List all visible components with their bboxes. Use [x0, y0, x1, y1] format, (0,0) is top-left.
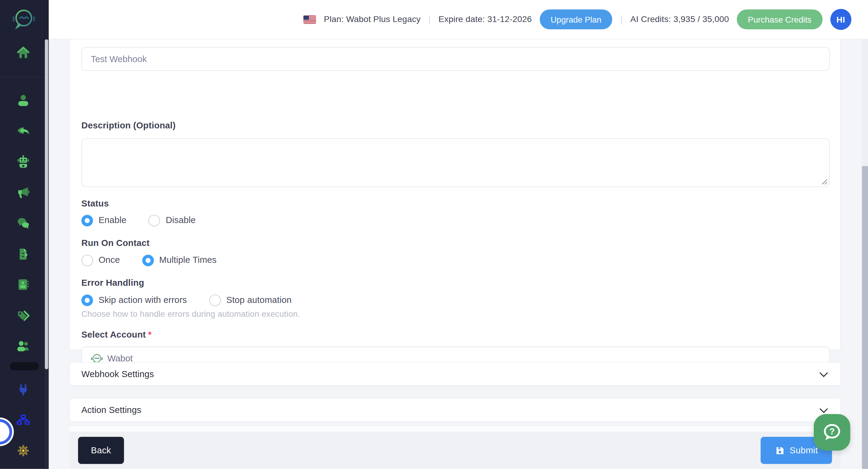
- tags-icon[interactable]: [16, 308, 30, 323]
- panel-footer-strip: [69, 425, 841, 433]
- run-once-label[interactable]: Once: [98, 255, 120, 265]
- chevron-down-icon[interactable]: [819, 372, 828, 377]
- export-document-icon[interactable]: [16, 247, 30, 261]
- question-mark-glyph: ?: [830, 426, 835, 436]
- stop-automation-label[interactable]: Stop automation: [226, 295, 292, 305]
- skip-errors-radio[interactable]: [82, 294, 93, 306]
- run-on-contact-label: Run On Contact: [82, 238, 150, 248]
- back-button[interactable]: Back: [78, 437, 124, 464]
- select-account-label: Select Account*: [82, 330, 152, 340]
- purchase-credits-button[interactable]: Purchase Credits: [737, 9, 823, 29]
- run-on-contact-radio-group: Once Multiple Times: [82, 254, 217, 266]
- webhook-form-card: Description (Optional) Status Enable Dis…: [69, 39, 841, 350]
- sidebar-collapsed-item[interactable]: [10, 362, 39, 370]
- header-separator: |: [620, 14, 623, 24]
- robot-icon[interactable]: [16, 155, 30, 169]
- status-disable-radio[interactable]: [149, 215, 160, 226]
- sidebar: [0, 0, 49, 469]
- action-settings-panel[interactable]: Action Settings: [69, 398, 841, 422]
- gear-icon[interactable]: [16, 443, 30, 458]
- ai-credits-label: AI Credits: 3,935 / 35,000: [630, 14, 729, 24]
- us-flag-icon[interactable]: [304, 15, 316, 24]
- user-icon[interactable]: [16, 93, 30, 107]
- upgrade-plan-button[interactable]: Upgrade Plan: [539, 9, 613, 29]
- webhook-settings-title: Webhook Settings: [82, 369, 154, 379]
- plug-icon[interactable]: [16, 383, 30, 398]
- header-separator: |: [428, 14, 431, 24]
- run-once-radio[interactable]: [82, 254, 93, 266]
- required-asterisk: *: [148, 330, 152, 339]
- submit-button-label: Submit: [789, 445, 818, 456]
- action-settings-title: Action Settings: [82, 405, 141, 415]
- description-label: Description (Optional): [82, 121, 176, 130]
- status-enable-label[interactable]: Enable: [98, 215, 127, 225]
- chevron-down-icon[interactable]: [819, 408, 828, 413]
- megaphone-icon[interactable]: [16, 185, 30, 200]
- status-label: Status: [82, 199, 109, 209]
- status-enable-radio[interactable]: [82, 215, 93, 226]
- expire-date-label: Expire date: 31-12-2026: [438, 14, 532, 24]
- resize-handle-icon[interactable]: [821, 178, 828, 185]
- sitemap-icon[interactable]: [16, 413, 30, 428]
- stop-automation-radio[interactable]: [209, 294, 221, 306]
- contacts-book-icon[interactable]: [16, 277, 30, 292]
- run-multiple-label[interactable]: Multiple Times: [159, 255, 216, 265]
- reply-icon[interactable]: [16, 124, 30, 138]
- sidebar-scrollbar-thumb[interactable]: [45, 39, 48, 369]
- top-header: Plan: Wabot Plus Legacy | Expire date: 3…: [49, 0, 868, 39]
- webhook-settings-panel[interactable]: Webhook Settings: [69, 362, 841, 386]
- error-handling-radio-group: Skip action with errors Stop automation: [82, 294, 291, 306]
- form-footer-bar: Back Submit: [69, 432, 841, 469]
- chats-icon[interactable]: [16, 216, 30, 230]
- sidebar-divider: [0, 77, 45, 77]
- run-multiple-radio[interactable]: [142, 254, 154, 266]
- webhook-name-input[interactable]: [82, 47, 830, 71]
- app-window: Plan: Wabot Plus Legacy | Expire date: 3…: [0, 0, 868, 469]
- description-textarea[interactable]: [82, 138, 830, 187]
- users-icon[interactable]: [16, 339, 30, 353]
- skip-errors-label[interactable]: Skip action with errors: [98, 295, 187, 305]
- page-scrollbar-thumb[interactable]: [862, 166, 868, 469]
- save-icon: [775, 445, 785, 456]
- help-chat-fab[interactable]: ?: [814, 414, 850, 450]
- error-handling-label: Error Handling: [82, 278, 144, 288]
- status-radio-group: Enable Disable: [82, 214, 195, 226]
- question-bubble-icon: ?: [820, 421, 844, 444]
- home-icon[interactable]: [16, 45, 30, 60]
- status-disable-label[interactable]: Disable: [166, 215, 195, 225]
- wabot-logo-icon[interactable]: [12, 7, 36, 32]
- plan-label: Plan: Wabot Plus Legacy: [324, 14, 421, 24]
- user-avatar[interactable]: HI: [830, 9, 851, 30]
- select-account-label-text: Select Account: [82, 330, 146, 339]
- error-handling-helper-text: Choose how to handle errors during autom…: [82, 309, 300, 318]
